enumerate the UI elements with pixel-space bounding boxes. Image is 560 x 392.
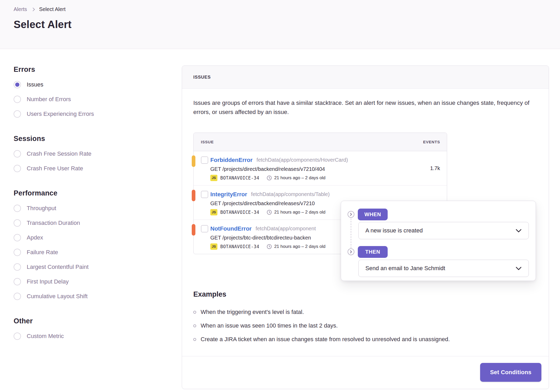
breadcrumb-alerts-link[interactable]: Alerts [14,6,27,12]
page-title: Select Alert [14,19,549,30]
examples-section: Examples When the triggering event's lev… [193,290,537,343]
issue-culprit: fetchData(app/component [256,226,316,232]
radio-crash-free-session-rate[interactable]: Crash Free Session Rate [14,150,160,158]
issue-title-link[interactable]: ForbiddenError [210,157,252,164]
radio-crash-free-user-rate[interactable]: Crash Free User Rate [14,165,160,172]
issue-transaction: GET /projects/direct/backend/releases/v7… [210,166,440,172]
radio-icon[interactable] [14,293,21,300]
table-row: ForbiddenError fetchData(app/components/… [194,151,447,186]
issue-title-link[interactable]: NotFoundError [210,225,252,232]
alert-flow-overlay: WHEN A new issue is created THEN Send an… [341,201,536,281]
page-header: Alerts Select Alert Select Alert [0,0,560,49]
alert-type-sidebar: Errors Issues Number of Errors Users Exp… [14,66,160,340]
panel-description: Issues are groups of errors that have a … [193,99,537,117]
section-other: Other Custom Metric [14,317,160,340]
section-title-errors: Errors [14,66,160,74]
level-indicator-bar [192,155,195,167]
events-count: 1.7k [430,165,440,171]
row-checkbox[interactable] [201,191,208,198]
circle-chevron-right-icon [348,211,354,218]
radio-label: Crash Free User Rate [27,165,83,172]
radio-icon[interactable] [14,165,21,172]
then-badge: THEN [358,246,388,258]
examples-title: Examples [193,290,537,298]
when-condition-value: A new issue is created [365,227,423,234]
radio-label: Transaction Duration [27,220,80,226]
row-checkbox[interactable] [201,156,208,164]
issue-age: 21 hours ago – 2 days old [274,175,326,181]
radio-icon[interactable] [14,219,21,227]
chevron-down-icon [515,229,522,233]
chevron-right-icon [31,7,35,11]
radio-label: Largest Contentful Paint [27,264,89,270]
column-issue: ISSUE [201,140,214,144]
when-badge: WHEN [358,209,388,220]
chevron-down-icon [515,266,522,270]
issue-age: 21 hours ago – 2 days old [274,244,326,249]
circle-chevron-right-icon [348,248,354,255]
level-indicator-bar [192,190,195,201]
section-title-sessions: Sessions [14,135,160,143]
issues-panel: ISSUES Issues are groups of errors that … [182,66,549,389]
example-item: When an issue was seen 100 times in the … [193,322,537,329]
clock-icon [267,175,272,181]
example-text: When an issue was seen 100 times in the … [201,322,338,329]
radio-icon[interactable] [14,110,21,118]
row-checkbox[interactable] [201,225,208,232]
radio-label: Cumulative Layout Shift [27,293,87,300]
radio-icon[interactable] [14,333,21,340]
breadcrumb: Alerts Select Alert [14,6,549,12]
when-condition-select[interactable]: A new issue is created [358,222,529,239]
radio-apdex[interactable]: Apdex [14,234,160,242]
javascript-platform-icon: JS [210,209,217,215]
issue-short-id: BOTANAVOICE-34 [220,175,259,181]
section-title-other: Other [14,317,160,325]
table-header: ISSUE EVENTS [194,133,447,151]
panel-header: ISSUES [182,66,549,89]
radio-icon[interactable] [14,96,21,103]
radio-cumulative-layout-shift[interactable]: Cumulative Layout Shift [14,292,160,300]
radio-custom-metric[interactable]: Custom Metric [14,332,160,340]
example-text: Create a JIRA ticket when an issue chang… [201,336,450,343]
set-conditions-button[interactable]: Set Conditions [480,363,541,382]
radio-label: Crash Free Session Rate [27,150,91,157]
section-errors: Errors Issues Number of Errors Users Exp… [14,66,160,118]
radio-issues[interactable]: Issues [14,81,160,89]
example-text: When the triggering event's level is fat… [201,308,304,316]
radio-first-input-delay[interactable]: First Input Delay [14,278,160,286]
radio-label: Number of Errors [27,96,71,103]
radio-icon[interactable] [14,150,21,157]
then-action-select[interactable]: Send an email to Jane Schmidt [358,260,529,277]
level-indicator-bar [192,224,195,236]
radio-label: Custom Metric [27,333,64,340]
radio-largest-contentful-paint[interactable]: Largest Contentful Paint [14,263,160,271]
radio-number-of-errors[interactable]: Number of Errors [14,95,160,103]
radio-label: Failure Rate [27,249,58,256]
radio-icon[interactable] [14,234,21,241]
radio-transaction-duration[interactable]: Transaction Duration [14,219,160,227]
radio-users-experiencing-errors[interactable]: Users Experiencing Errors [14,110,160,118]
radio-label: Throughput [27,205,56,212]
radio-icon[interactable] [14,205,21,212]
javascript-platform-icon: JS [210,243,217,250]
issue-title-link[interactable]: IntegrityError [210,191,247,198]
issue-culprit: fetchData(app/components/HoverCard) [256,157,348,163]
issue-short-id: BOTANAVOICE-34 [220,210,259,215]
section-performance: Performance Throughput Transaction Durat… [14,189,160,300]
clock-icon [267,210,272,215]
bullet-icon [193,311,196,314]
clock-icon [267,244,272,249]
radio-label: Users Experiencing Errors [27,111,94,117]
radio-selected-icon[interactable] [14,81,21,88]
javascript-platform-icon: JS [210,175,217,181]
radio-label: First Input Delay [27,278,69,285]
issue-culprit: fetchData(app/components/Table) [251,191,330,197]
radio-label: Issues [27,81,43,88]
radio-icon[interactable] [14,278,21,285]
radio-throughput[interactable]: Throughput [14,204,160,212]
bullet-icon [193,324,196,327]
radio-failure-rate[interactable]: Failure Rate [14,248,160,256]
radio-icon[interactable] [14,263,21,271]
section-title-performance: Performance [14,189,160,197]
radio-icon[interactable] [14,249,21,256]
